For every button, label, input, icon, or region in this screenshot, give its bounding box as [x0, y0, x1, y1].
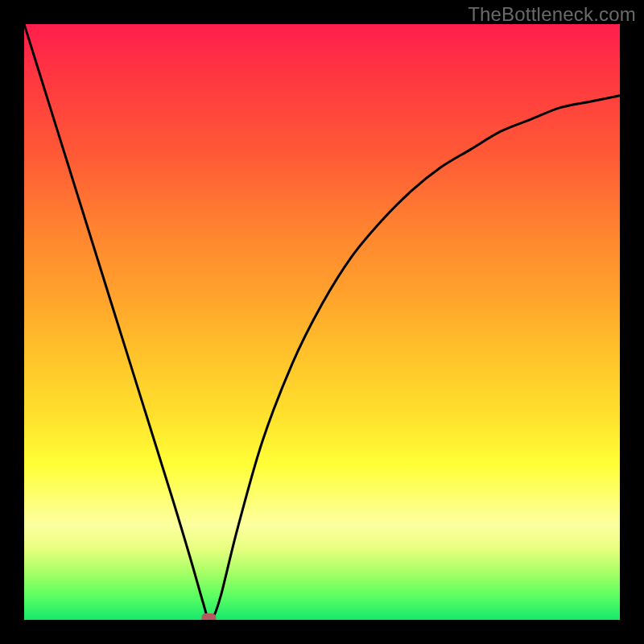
chart-frame: TheBottleneck.com: [0, 0, 644, 644]
plot-background: [24, 24, 620, 620]
watermark-label: TheBottleneck.com: [468, 3, 636, 26]
